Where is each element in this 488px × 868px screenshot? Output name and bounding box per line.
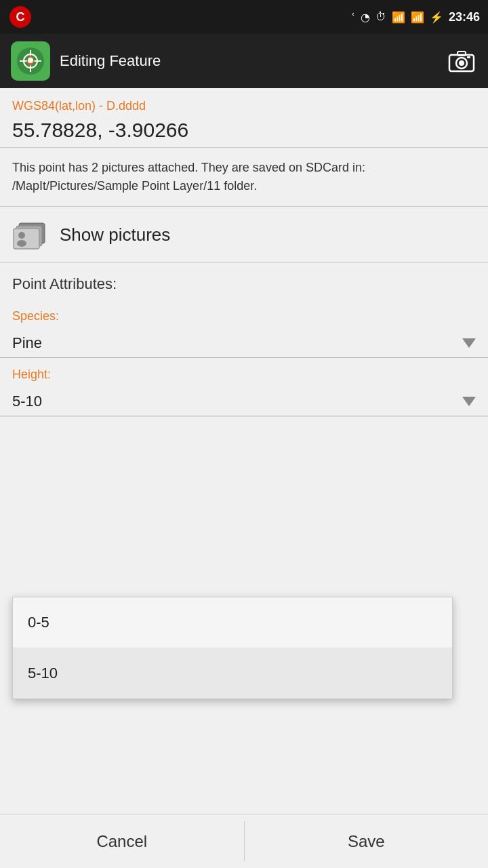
alarm-icon: ⏱ bbox=[375, 11, 386, 23]
height-dropdown-arrow bbox=[462, 397, 476, 406]
svg-point-7 bbox=[28, 58, 33, 63]
attributes-section: Point Attributes: bbox=[0, 263, 488, 309]
svg-point-16 bbox=[18, 232, 25, 239]
pictures-gallery-icon bbox=[12, 218, 52, 252]
status-time: 23:46 bbox=[449, 10, 480, 24]
dropdown-option-5-10[interactable]: 5-10 bbox=[13, 648, 452, 698]
content: WGS84(lat,lon) - D.dddd 55.78828, -3.902… bbox=[0, 88, 488, 416]
bottom-bar: Cancel Save bbox=[0, 814, 488, 868]
species-label: Species: bbox=[0, 309, 488, 323]
svg-point-10 bbox=[459, 60, 464, 66]
species-dropdown-arrow bbox=[462, 338, 476, 348]
coordinate-system: WGS84(lat,lon) - D.dddd bbox=[12, 99, 476, 113]
pictures-info: This point has 2 pictures attached. They… bbox=[0, 148, 488, 207]
attributes-title: Point Attributes: bbox=[12, 275, 476, 293]
svg-point-17 bbox=[17, 240, 26, 247]
coordinate-section: WGS84(lat,lon) - D.dddd 55.78828, -3.902… bbox=[0, 88, 488, 148]
bluetooth-icon: ʿ︎ bbox=[352, 11, 355, 24]
dropdown-option-0-5[interactable]: 0-5 bbox=[13, 597, 452, 648]
wifi-icon: 📶 bbox=[392, 11, 405, 24]
app-icon bbox=[11, 41, 50, 81]
svg-rect-15 bbox=[14, 229, 39, 249]
cancel-button[interactable]: Cancel bbox=[0, 814, 244, 868]
app-bar: Editing Feature bbox=[0, 34, 488, 88]
height-dropdown: 0-5 5-10 bbox=[12, 597, 453, 699]
battery-icon: ⚡ bbox=[430, 11, 443, 24]
signal-icon: 📶 bbox=[411, 11, 424, 24]
camera-button[interactable] bbox=[446, 47, 477, 75]
show-pictures-label: Show pictures bbox=[60, 224, 170, 245]
svg-text:C: C bbox=[16, 10, 25, 24]
status-bar: C ʿ︎ ◔ ⏱ 📶 📶 ⚡ 23:46 bbox=[0, 0, 488, 34]
app-notification-icon: C bbox=[8, 5, 33, 29]
coordinate-value: 55.78828, -3.90266 bbox=[12, 119, 476, 142]
species-field[interactable]: Pine bbox=[0, 329, 488, 358]
svg-rect-11 bbox=[458, 52, 466, 56]
height-label: Height: bbox=[0, 368, 488, 382]
save-button[interactable]: Save bbox=[245, 814, 489, 868]
show-pictures-button[interactable]: Show pictures bbox=[0, 207, 488, 263]
bluetooth-icon2: ◔ bbox=[361, 11, 370, 24]
app-title: Editing Feature bbox=[60, 52, 161, 70]
svg-rect-12 bbox=[467, 56, 470, 58]
species-value: Pine bbox=[12, 334, 42, 352]
height-field[interactable]: 5-10 bbox=[0, 387, 488, 416]
height-value: 5-10 bbox=[12, 393, 42, 410]
